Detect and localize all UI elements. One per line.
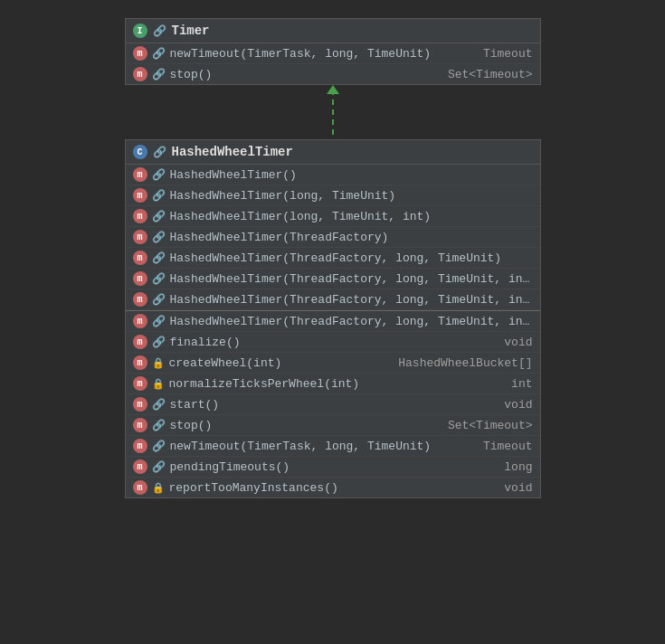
hwt-method-create-wheel[interactable]: m 🔒 createWheel(int) HashedWheelBucket[] xyxy=(126,353,540,374)
timer-method-new-timeout[interactable]: m 🔗 newTimeout(TimerTask, long, TimeUnit… xyxy=(126,43,540,64)
link-icon: 🔗 xyxy=(153,24,166,38)
hwt-constructor-5[interactable]: m 🔗 HashedWheelTimer(ThreadFactory, long… xyxy=(126,248,540,269)
method-return: int xyxy=(502,377,532,391)
hwt-constructor-2[interactable]: m 🔗 HashedWheelTimer(long, TimeUnit) xyxy=(126,185,540,206)
method-name: stop() xyxy=(170,68,434,81)
method-return: long xyxy=(495,460,532,474)
method-name: HashedWheelTimer(ThreadFactory, long, Ti… xyxy=(170,293,533,307)
method-badge: m xyxy=(133,335,147,349)
link-icon: 🔗 xyxy=(152,210,166,223)
method-badge: m xyxy=(133,167,147,182)
hashed-wheel-timer-box: C 🔗 HashedWheelTimer m 🔗 HashedWheelTime… xyxy=(125,139,541,498)
link-icon: 🔗 xyxy=(152,419,166,432)
hwt-constructor-8[interactable]: m 🔗 HashedWheelTimer(ThreadFactory, long… xyxy=(126,310,540,332)
hwt-constructor-6[interactable]: m 🔗 HashedWheelTimer(ThreadFactory, long… xyxy=(126,269,540,289)
method-badge: m xyxy=(133,271,147,286)
method-badge: m xyxy=(133,418,147,432)
timer-interface-box: I 🔗 Timer m 🔗 newTimeout(TimerTask, long… xyxy=(125,18,541,85)
hwt-constructor-4[interactable]: m 🔗 HashedWheelTimer(ThreadFactory) xyxy=(126,227,540,248)
method-name: newTimeout(TimerTask, long, TimeUnit) xyxy=(170,47,470,61)
method-badge: m xyxy=(133,480,147,495)
arrow-head xyxy=(327,85,339,94)
method-badge: m xyxy=(133,188,147,203)
method-badge: m xyxy=(133,459,147,474)
method-badge: m xyxy=(133,67,147,81)
method-name: finalize() xyxy=(170,336,491,349)
method-badge: m xyxy=(133,46,147,61)
hwt-constructor-7[interactable]: m 🔗 HashedWheelTimer(ThreadFactory, long… xyxy=(126,289,540,310)
inheritance-arrow xyxy=(332,85,334,139)
link-icon: 🔗 xyxy=(152,460,166,474)
method-name: HashedWheelTimer() xyxy=(170,168,533,182)
method-name: HashedWheelTimer(long, TimeUnit, int) xyxy=(170,210,533,223)
timer-header: I 🔗 Timer xyxy=(126,19,540,43)
method-return: void xyxy=(495,336,532,349)
link-icon: 🔗 xyxy=(152,336,166,349)
hwt-method-pending-timeouts[interactable]: m 🔗 pendingTimeouts() long xyxy=(126,457,540,478)
method-name: HashedWheelTimer(ThreadFactory, long, Ti… xyxy=(170,272,533,286)
link-icon: 🔗 xyxy=(152,272,166,286)
method-badge: m xyxy=(133,314,147,328)
lock-icon: 🔒 xyxy=(152,378,165,390)
method-return: Timeout xyxy=(474,47,533,61)
method-return: Timeout xyxy=(474,440,533,453)
method-badge: m xyxy=(133,292,147,307)
method-name: newTimeout(TimerTask, long, TimeUnit) xyxy=(170,440,470,453)
hwt-header: C 🔗 HashedWheelTimer xyxy=(126,140,540,165)
link-icon: 🔗 xyxy=(152,231,166,244)
method-return: HashedWheelBucket[] xyxy=(389,356,532,370)
hwt-method-new-timeout[interactable]: m 🔗 newTimeout(TimerTask, long, TimeUnit… xyxy=(126,436,540,457)
method-badge: m xyxy=(133,355,147,370)
method-name: reportTooManyInstances() xyxy=(169,481,491,495)
lock-icon: 🔒 xyxy=(152,357,165,369)
method-badge: m xyxy=(133,209,147,223)
method-name: normalizeTicksPerWheel(int) xyxy=(169,377,499,391)
hwt-method-start[interactable]: m 🔗 start() void xyxy=(126,394,540,415)
link-icon: 🔗 xyxy=(152,189,166,203)
method-return: Set<Timeout> xyxy=(439,419,533,432)
method-badge: m xyxy=(133,439,147,453)
hwt-method-report-too-many[interactable]: m 🔒 reportTooManyInstances() void xyxy=(126,478,540,497)
link-icon: 🔗 xyxy=(152,68,166,81)
method-return: void xyxy=(495,398,532,412)
link-icon: 🔗 xyxy=(153,146,166,159)
link-icon: 🔗 xyxy=(152,440,166,453)
interface-badge: I xyxy=(133,24,147,38)
dashed-line xyxy=(332,90,334,135)
hwt-class-name: HashedWheelTimer xyxy=(172,145,293,159)
method-name: HashedWheelTimer(ThreadFactory, long, Ti… xyxy=(170,251,533,265)
link-icon: 🔗 xyxy=(152,398,166,412)
method-name: start() xyxy=(170,398,491,412)
timer-method-stop[interactable]: m 🔗 stop() Set<Timeout> xyxy=(126,64,540,84)
hwt-constructor-1[interactable]: m 🔗 HashedWheelTimer() xyxy=(126,165,540,185)
hwt-constructor-3[interactable]: m 🔗 HashedWheelTimer(long, TimeUnit, int… xyxy=(126,206,540,227)
method-name: stop() xyxy=(170,419,434,432)
link-icon: 🔗 xyxy=(152,315,166,328)
class-badge: C xyxy=(133,145,147,159)
method-return: Set<Timeout> xyxy=(439,68,533,81)
lock-icon: 🔒 xyxy=(152,482,165,494)
method-name: HashedWheelTimer(long, TimeUnit) xyxy=(170,189,533,203)
method-name: createWheel(int) xyxy=(169,356,385,370)
hwt-method-finalize[interactable]: m 🔗 finalize() void xyxy=(126,332,540,353)
method-badge: m xyxy=(133,251,147,265)
diagram-container: I 🔗 Timer m 🔗 newTimeout(TimerTask, long… xyxy=(18,18,647,498)
link-icon: 🔗 xyxy=(152,251,166,265)
method-badge: m xyxy=(133,230,147,244)
method-name: pendingTimeouts() xyxy=(170,460,491,474)
method-badge: m xyxy=(133,376,147,391)
timer-class-name: Timer xyxy=(172,24,210,38)
hwt-method-normalize[interactable]: m 🔒 normalizeTicksPerWheel(int) int xyxy=(126,374,540,394)
link-icon: 🔗 xyxy=(152,47,166,61)
method-name: HashedWheelTimer(ThreadFactory, long, Ti… xyxy=(170,315,533,328)
method-name: HashedWheelTimer(ThreadFactory) xyxy=(170,231,533,244)
method-return: void xyxy=(495,481,532,495)
link-icon: 🔗 xyxy=(152,168,166,182)
hwt-method-stop[interactable]: m 🔗 stop() Set<Timeout> xyxy=(126,415,540,436)
link-icon: 🔗 xyxy=(152,293,166,307)
method-badge: m xyxy=(133,397,147,412)
